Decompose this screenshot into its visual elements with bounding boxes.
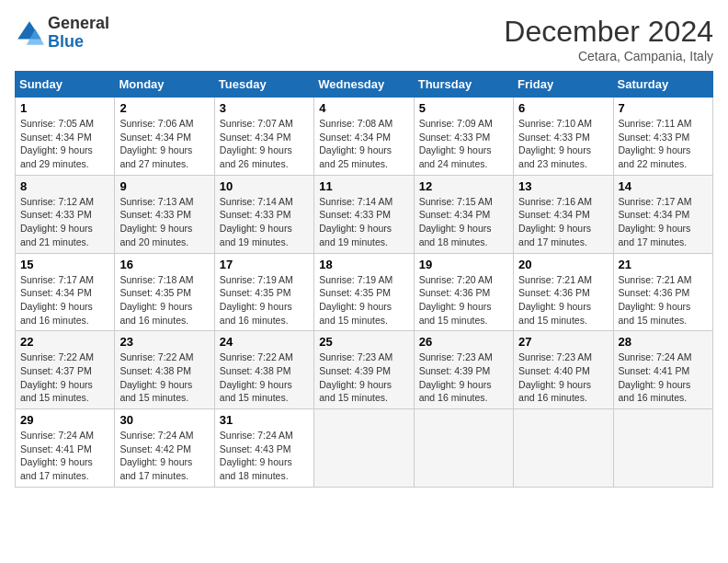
calendar-cell: 3 Sunrise: 7:07 AM Sunset: 4:34 PM Dayli… (214, 98, 313, 176)
calendar-week-row: 22 Sunrise: 7:22 AM Sunset: 4:37 PM Dayl… (16, 331, 713, 409)
calendar-header-row: SundayMondayTuesdayWednesdayThursdayFrid… (16, 72, 713, 98)
day-info: Sunrise: 7:14 AM Sunset: 4:33 PM Dayligh… (319, 195, 408, 249)
day-info: Sunrise: 7:08 AM Sunset: 4:34 PM Dayligh… (319, 117, 408, 171)
day-number: 15 (20, 258, 109, 271)
day-number: 31 (220, 413, 309, 427)
calendar-cell: 6 Sunrise: 7:10 AM Sunset: 4:33 PM Dayli… (514, 98, 613, 176)
logo: General Blue (15, 15, 109, 52)
day-info: Sunrise: 7:13 AM Sunset: 4:33 PM Dayligh… (119, 195, 209, 249)
calendar-cell: 21 Sunrise: 7:21 AM Sunset: 4:36 PM Dayl… (613, 253, 712, 331)
day-info: Sunrise: 7:07 AM Sunset: 4:34 PM Dayligh… (220, 117, 309, 171)
calendar-cell: 29 Sunrise: 7:24 AM Sunset: 4:41 PM Dayl… (16, 409, 115, 488)
day-info: Sunrise: 7:23 AM Sunset: 4:40 PM Dayligh… (518, 350, 608, 405)
day-info: Sunrise: 7:12 AM Sunset: 4:33 PM Dayligh… (20, 195, 109, 249)
weekday-header-thursday: Thursday (414, 72, 513, 98)
calendar-table: SundayMondayTuesdayWednesdayThursdayFrid… (15, 71, 713, 488)
day-number: 4 (319, 101, 408, 115)
day-info: Sunrise: 7:20 AM Sunset: 4:36 PM Dayligh… (419, 273, 508, 327)
page-header: General Blue December 2024 Cetara, Campa… (15, 15, 713, 63)
day-info: Sunrise: 7:17 AM Sunset: 4:34 PM Dayligh… (619, 195, 708, 249)
calendar-cell: 13 Sunrise: 7:16 AM Sunset: 4:34 PM Dayl… (514, 175, 613, 253)
calendar-cell: 25 Sunrise: 7:23 AM Sunset: 4:39 PM Dayl… (314, 331, 414, 409)
day-info: Sunrise: 7:15 AM Sunset: 4:34 PM Dayligh… (419, 195, 508, 249)
weekday-header-monday: Monday (115, 72, 214, 98)
calendar-cell: 26 Sunrise: 7:23 AM Sunset: 4:39 PM Dayl… (414, 331, 513, 409)
day-info: Sunrise: 7:22 AM Sunset: 4:37 PM Dayligh… (20, 350, 109, 405)
day-number: 19 (419, 258, 508, 271)
calendar-cell: 23 Sunrise: 7:22 AM Sunset: 4:38 PM Dayl… (115, 331, 214, 409)
day-info: Sunrise: 7:09 AM Sunset: 4:33 PM Dayligh… (419, 117, 508, 171)
logo-general-text: General (48, 15, 109, 33)
calendar-cell: 14 Sunrise: 7:17 AM Sunset: 4:34 PM Dayl… (613, 175, 712, 253)
logo-icon (15, 18, 44, 48)
calendar-cell: 24 Sunrise: 7:22 AM Sunset: 4:38 PM Dayl… (214, 331, 313, 409)
weekday-header-wednesday: Wednesday (314, 72, 414, 98)
weekday-header-sunday: Sunday (16, 72, 115, 98)
calendar-cell: 4 Sunrise: 7:08 AM Sunset: 4:34 PM Dayli… (314, 98, 414, 176)
calendar-cell: 31 Sunrise: 7:24 AM Sunset: 4:43 PM Dayl… (214, 409, 313, 488)
calendar-week-row: 8 Sunrise: 7:12 AM Sunset: 4:33 PM Dayli… (16, 175, 713, 253)
day-number: 8 (20, 179, 109, 193)
calendar-cell: 20 Sunrise: 7:21 AM Sunset: 4:36 PM Dayl… (514, 253, 613, 331)
day-number: 23 (119, 335, 209, 349)
weekday-header-tuesday: Tuesday (214, 72, 313, 98)
calendar-cell: 16 Sunrise: 7:18 AM Sunset: 4:35 PM Dayl… (115, 253, 214, 331)
calendar-cell (314, 409, 414, 488)
day-info: Sunrise: 7:21 AM Sunset: 4:36 PM Dayligh… (518, 273, 608, 327)
calendar-cell (414, 409, 513, 488)
calendar-cell: 17 Sunrise: 7:19 AM Sunset: 4:35 PM Dayl… (214, 253, 313, 331)
calendar-cell: 8 Sunrise: 7:12 AM Sunset: 4:33 PM Dayli… (16, 175, 115, 253)
day-number: 12 (419, 179, 508, 193)
calendar-cell: 18 Sunrise: 7:19 AM Sunset: 4:35 PM Dayl… (314, 253, 414, 331)
day-number: 17 (220, 258, 309, 271)
day-info: Sunrise: 7:10 AM Sunset: 4:33 PM Dayligh… (518, 117, 608, 171)
day-number: 11 (319, 179, 408, 193)
day-number: 28 (619, 335, 708, 349)
day-number: 25 (319, 335, 408, 349)
month-title: December 2024 (504, 15, 713, 49)
calendar-cell: 12 Sunrise: 7:15 AM Sunset: 4:34 PM Dayl… (414, 175, 513, 253)
calendar-cell: 27 Sunrise: 7:23 AM Sunset: 4:40 PM Dayl… (514, 331, 613, 409)
day-number: 5 (419, 101, 508, 115)
day-info: Sunrise: 7:18 AM Sunset: 4:35 PM Dayligh… (119, 273, 209, 327)
day-info: Sunrise: 7:17 AM Sunset: 4:34 PM Dayligh… (20, 273, 109, 327)
day-number: 26 (419, 335, 508, 349)
calendar-cell: 28 Sunrise: 7:24 AM Sunset: 4:41 PM Dayl… (613, 331, 712, 409)
day-info: Sunrise: 7:19 AM Sunset: 4:35 PM Dayligh… (319, 273, 408, 327)
day-info: Sunrise: 7:23 AM Sunset: 4:39 PM Dayligh… (419, 350, 508, 405)
day-number: 9 (119, 179, 209, 193)
day-number: 6 (518, 101, 608, 115)
day-info: Sunrise: 7:22 AM Sunset: 4:38 PM Dayligh… (220, 350, 309, 405)
day-number: 1 (20, 101, 109, 115)
calendar-cell: 10 Sunrise: 7:14 AM Sunset: 4:33 PM Dayl… (214, 175, 313, 253)
calendar-cell: 30 Sunrise: 7:24 AM Sunset: 4:42 PM Dayl… (115, 409, 214, 488)
calendar-cell: 22 Sunrise: 7:22 AM Sunset: 4:37 PM Dayl… (16, 331, 115, 409)
calendar-week-row: 1 Sunrise: 7:05 AM Sunset: 4:34 PM Dayli… (16, 98, 713, 176)
calendar-cell (613, 409, 712, 488)
location-subtitle: Cetara, Campania, Italy (504, 49, 713, 63)
calendar-cell: 1 Sunrise: 7:05 AM Sunset: 4:34 PM Dayli… (16, 98, 115, 176)
day-info: Sunrise: 7:11 AM Sunset: 4:33 PM Dayligh… (619, 117, 708, 171)
calendar-cell: 5 Sunrise: 7:09 AM Sunset: 4:33 PM Dayli… (414, 98, 513, 176)
calendar-week-row: 29 Sunrise: 7:24 AM Sunset: 4:41 PM Dayl… (16, 409, 713, 488)
day-number: 20 (518, 258, 608, 271)
logo-blue-text: Blue (48, 33, 109, 52)
day-info: Sunrise: 7:24 AM Sunset: 4:41 PM Dayligh… (20, 429, 109, 483)
day-number: 18 (319, 258, 408, 271)
logo-text: General Blue (48, 15, 109, 52)
day-info: Sunrise: 7:19 AM Sunset: 4:35 PM Dayligh… (220, 273, 309, 327)
calendar-cell (514, 409, 613, 488)
day-info: Sunrise: 7:05 AM Sunset: 4:34 PM Dayligh… (20, 117, 109, 171)
day-number: 10 (220, 179, 309, 193)
calendar-cell: 15 Sunrise: 7:17 AM Sunset: 4:34 PM Dayl… (16, 253, 115, 331)
day-info: Sunrise: 7:22 AM Sunset: 4:38 PM Dayligh… (119, 350, 209, 405)
day-number: 2 (119, 101, 209, 115)
calendar-cell: 19 Sunrise: 7:20 AM Sunset: 4:36 PM Dayl… (414, 253, 513, 331)
day-number: 24 (220, 335, 309, 349)
day-number: 3 (220, 101, 309, 115)
calendar-week-row: 15 Sunrise: 7:17 AM Sunset: 4:34 PM Dayl… (16, 253, 713, 331)
title-block: December 2024 Cetara, Campania, Italy (504, 15, 713, 63)
day-number: 14 (619, 179, 708, 193)
day-number: 21 (619, 258, 708, 271)
day-info: Sunrise: 7:24 AM Sunset: 4:43 PM Dayligh… (220, 429, 309, 483)
